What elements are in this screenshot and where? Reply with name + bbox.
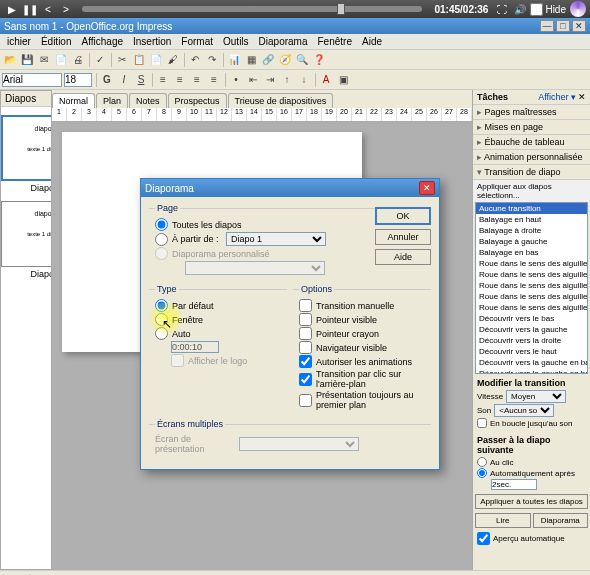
dialog-close-icon[interactable]: ✕ bbox=[419, 181, 435, 195]
mail-icon[interactable]: ✉ bbox=[36, 52, 52, 68]
italic-icon[interactable]: I bbox=[116, 72, 132, 88]
help-icon[interactable]: ❓ bbox=[311, 52, 327, 68]
option-4[interactable]: Autoriser les animations bbox=[299, 355, 431, 368]
transition-item[interactable]: Découvrir vers le haut bbox=[476, 346, 587, 357]
task-group-table[interactable]: Ébauche de tableau bbox=[473, 135, 590, 150]
advance-auto[interactable]: Automatiquement après bbox=[477, 468, 586, 478]
play-icon[interactable]: ▶ bbox=[4, 2, 20, 16]
link-icon[interactable]: 🔗 bbox=[260, 52, 276, 68]
menu-tools[interactable]: Outils bbox=[218, 36, 254, 47]
indent-dec-icon[interactable]: ⇤ bbox=[245, 72, 261, 88]
hide-checkbox[interactable]: Hide bbox=[530, 3, 566, 16]
slideshow-icon[interactable]: ▣ bbox=[335, 72, 351, 88]
progress-slider[interactable] bbox=[82, 6, 422, 12]
font-size-combo[interactable] bbox=[64, 73, 92, 87]
from-select[interactable]: Diapo 1 bbox=[226, 232, 326, 246]
task-group-master[interactable]: Pages maîtresses bbox=[473, 105, 590, 120]
multi-select[interactable] bbox=[239, 437, 359, 451]
volume-icon[interactable]: 🔊 bbox=[512, 2, 528, 16]
zoom-icon[interactable]: 🔍 bbox=[294, 52, 310, 68]
print-icon[interactable]: 🖨 bbox=[70, 52, 86, 68]
apply-all-button[interactable]: Appliquer à toutes les diapos bbox=[475, 494, 588, 509]
menu-slideshow[interactable]: Diaporama bbox=[254, 36, 313, 47]
slide-thumb-1[interactable]: diapo 1 texte 1 diapo1 Diapo 1 bbox=[1, 115, 52, 193]
menu-window[interactable]: Fenêtre bbox=[313, 36, 357, 47]
option-6[interactable]: Présentation toujours au premier plan bbox=[299, 390, 431, 410]
transition-item[interactable]: Roue dans le sens des aiguilles d... bbox=[476, 302, 587, 313]
play-button[interactable]: Lire bbox=[475, 513, 531, 528]
brush-icon[interactable]: 🖌 bbox=[165, 52, 181, 68]
close-button[interactable]: ✕ bbox=[572, 20, 586, 32]
radio-auto[interactable]: Auto bbox=[155, 327, 287, 340]
font-color-icon[interactable]: A bbox=[318, 72, 334, 88]
transition-item[interactable]: Roue dans le sens des aiguilles d... bbox=[476, 280, 587, 291]
option-5[interactable]: Transition par clic sur l'arrière-plan bbox=[299, 369, 431, 389]
slideshow-button[interactable]: Diaporama bbox=[533, 513, 589, 528]
move-down-icon[interactable]: ↓ bbox=[296, 72, 312, 88]
tasks-show-link[interactable]: Afficher ▾ bbox=[538, 92, 576, 102]
radio-default[interactable]: Par défaut bbox=[155, 299, 287, 312]
option-1[interactable]: Pointeur visible bbox=[299, 313, 431, 326]
loop-checkbox[interactable]: En boucle jusqu'au son bbox=[477, 418, 586, 428]
transition-item[interactable]: Roue dans le sens des aiguilles d... bbox=[476, 258, 587, 269]
spellcheck-icon[interactable]: ✓ bbox=[92, 52, 108, 68]
tab-notes[interactable]: Notes bbox=[129, 93, 167, 108]
underline-icon[interactable]: S bbox=[133, 72, 149, 88]
paste-icon[interactable]: 📄 bbox=[148, 52, 164, 68]
tab-sorter[interactable]: Trieuse de diapositives bbox=[228, 93, 334, 108]
menu-help[interactable]: Aide bbox=[357, 36, 387, 47]
transition-item[interactable]: Découvrir vers la droite bbox=[476, 335, 587, 346]
align-justify-icon[interactable]: ≡ bbox=[206, 72, 222, 88]
next-icon[interactable]: > bbox=[58, 2, 74, 16]
help-button[interactable]: Aide bbox=[375, 249, 431, 265]
custom-select[interactable] bbox=[185, 261, 325, 275]
transition-item[interactable]: Découvrir vers le bas bbox=[476, 313, 587, 324]
align-left-icon[interactable]: ≡ bbox=[155, 72, 171, 88]
table-icon[interactable]: ▦ bbox=[243, 52, 259, 68]
align-center-icon[interactable]: ≡ bbox=[172, 72, 188, 88]
transition-item[interactable]: Découvrir vers la gauche bbox=[476, 324, 587, 335]
maximize-button[interactable]: □ bbox=[556, 20, 570, 32]
transition-item[interactable]: Roue dans le sens des aiguilles d... bbox=[476, 269, 587, 280]
pause-icon[interactable]: ❚❚ bbox=[22, 2, 38, 16]
transition-list[interactable]: Aucune transitionBalayage en hautBalayag… bbox=[475, 202, 588, 374]
prev-icon[interactable]: < bbox=[40, 2, 56, 16]
option-2[interactable]: Pointeur crayon bbox=[299, 327, 431, 340]
close-icon[interactable]: ✕ bbox=[578, 92, 586, 102]
ok-button[interactable]: OK bbox=[375, 207, 431, 225]
transition-item[interactable]: Découvrir vers la gauche en bas bbox=[476, 357, 587, 368]
transition-item[interactable]: Balayage en bas bbox=[476, 247, 587, 258]
menu-edit[interactable]: Édition bbox=[36, 36, 77, 47]
radio-window[interactable]: Fenêtre bbox=[155, 313, 287, 326]
undo-icon[interactable]: ↶ bbox=[187, 52, 203, 68]
task-group-trans[interactable]: Transition de diapo bbox=[473, 165, 590, 180]
copy-icon[interactable]: 📋 bbox=[131, 52, 147, 68]
duration-input[interactable] bbox=[171, 341, 219, 353]
chart-icon[interactable]: 📊 bbox=[226, 52, 242, 68]
font-name-combo[interactable] bbox=[2, 73, 62, 87]
menu-insert[interactable]: Insertion bbox=[128, 36, 176, 47]
option-0[interactable]: Transition manuelle bbox=[299, 299, 431, 312]
menu-format[interactable]: Format bbox=[176, 36, 218, 47]
transition-item[interactable]: Roue dans le sens des aiguilles d... bbox=[476, 291, 587, 302]
show-logo-check[interactable]: Afficher le logo bbox=[155, 354, 287, 367]
task-group-anim[interactable]: Animation personnalisée bbox=[473, 150, 590, 165]
task-group-layout[interactable]: Mises en page bbox=[473, 120, 590, 135]
option-3[interactable]: Navigateur visible bbox=[299, 341, 431, 354]
redo-icon[interactable]: ↷ bbox=[204, 52, 220, 68]
slide-thumb-2[interactable]: diapo 2 texte 1 diapo2 Diapo 2 bbox=[1, 201, 52, 279]
cut-icon[interactable]: ✂ bbox=[114, 52, 130, 68]
menu-view[interactable]: Affichage bbox=[76, 36, 128, 47]
speed-select[interactable]: Moyen bbox=[506, 390, 566, 403]
nav-icon[interactable]: 🧭 bbox=[277, 52, 293, 68]
save-icon[interactable]: 💾 bbox=[19, 52, 35, 68]
transition-item[interactable]: Balayage en haut bbox=[476, 214, 587, 225]
transition-item[interactable]: Aucune transition bbox=[476, 203, 587, 214]
tab-normal[interactable]: Normal bbox=[52, 93, 95, 108]
menu-file[interactable]: ichier bbox=[2, 36, 36, 47]
sound-select[interactable]: <Aucun son> bbox=[494, 404, 554, 417]
minimize-button[interactable]: — bbox=[540, 20, 554, 32]
bullets-icon[interactable]: • bbox=[228, 72, 244, 88]
align-right-icon[interactable]: ≡ bbox=[189, 72, 205, 88]
bold-icon[interactable]: G bbox=[99, 72, 115, 88]
